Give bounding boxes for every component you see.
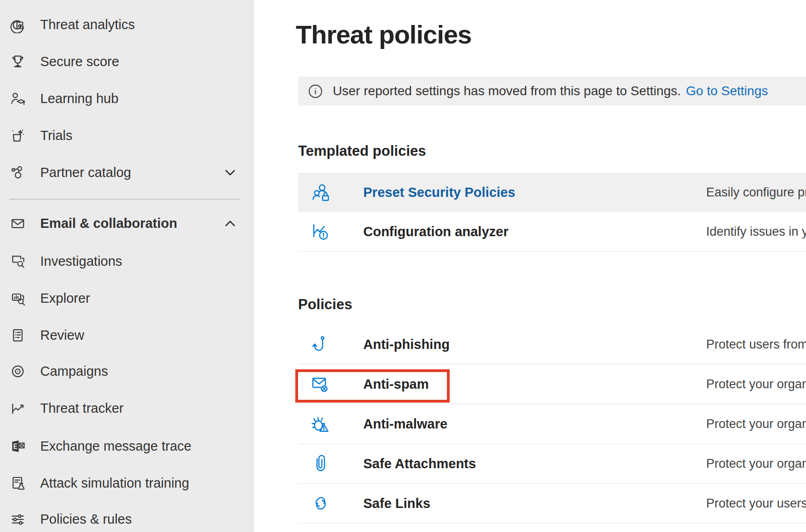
anti-spam-icon: [311, 374, 331, 394]
threat-analytics-icon: [9, 16, 26, 33]
sidebar-item-label: Investigations: [40, 254, 122, 269]
sidebar-item-investigations[interactable]: Investigations: [0, 243, 254, 280]
row-anti-phishing[interactable]: Anti-phishing Protect users from p: [298, 325, 806, 365]
row-anti-malware[interactable]: Anti-malware Protect your organiz: [298, 404, 806, 444]
chevron-up-icon[interactable]: [225, 219, 236, 228]
info-icon: [308, 84, 323, 98]
row-description: Easily configure prot: [706, 185, 806, 200]
configuration-analyzer-icon: [311, 221, 331, 242]
sidebar-section-label: Email & collaboration: [40, 216, 177, 231]
row-label[interactable]: Safe Links: [363, 496, 430, 511]
sidebar-item-label: Trials: [40, 128, 73, 143]
sidebar-divider: [9, 199, 239, 200]
sidebar-item-label: Partner catalog: [40, 165, 131, 180]
sidebar-item-label: Policies & rules: [40, 512, 132, 527]
chevron-down-icon[interactable]: [225, 168, 236, 177]
sidebar-item-email-collaboration[interactable]: Email & collaboration: [0, 205, 254, 242]
sidebar-item-trials[interactable]: Trials: [0, 117, 254, 154]
page-title: Threat policies: [296, 19, 471, 49]
sidebar-item-explorer[interactable]: Explorer: [0, 280, 254, 317]
sidebar-item-partner-catalog[interactable]: Partner catalog: [0, 154, 254, 191]
row-description: Protect your organiz: [706, 417, 806, 431]
fish-hook-icon: [311, 334, 331, 355]
row-description: Protect your organiz: [706, 457, 806, 471]
go-to-settings-link[interactable]: Go to Settings: [686, 84, 768, 98]
row-label[interactable]: Configuration analyzer: [363, 224, 508, 239]
row-label[interactable]: Preset Security Policies: [363, 185, 515, 200]
partner-catalog-icon: [9, 164, 26, 181]
chain-link-icon: [311, 493, 331, 514]
sidebar-item-review[interactable]: Review: [0, 317, 254, 354]
sidebar-item-label: Learning hub: [40, 91, 118, 106]
sidebar-item-secure-score[interactable]: Secure score: [0, 43, 254, 80]
sidebar-item-attack-simulation-training[interactable]: Attack simulation training: [0, 465, 254, 501]
sidebar-item-label: Attack simulation training: [40, 476, 189, 491]
row-description: Protect your users fr: [706, 496, 806, 511]
row-anti-spam[interactable]: Anti-spam Protect your organiz: [298, 365, 806, 404]
sidebar-item-label: Exchange message trace: [40, 439, 191, 454]
trophy-icon: [9, 53, 26, 70]
row-safe-links[interactable]: Safe Links Protect your users fr: [298, 484, 806, 524]
row-safe-attachments[interactable]: Safe Attachments Protect your organiz: [298, 444, 806, 484]
row-preset-security-policies[interactable]: Preset Security Policies Easily configur…: [298, 173, 806, 212]
section-heading-policies: Policies: [298, 296, 352, 313]
review-icon: [9, 327, 26, 344]
sidebar: Threat analytics Secure score Learning h…: [0, 0, 254, 532]
row-description: Identify issues in you: [706, 225, 806, 239]
sidebar-item-label: Explorer: [40, 291, 90, 306]
exchange-icon: [9, 438, 26, 455]
investigations-icon: [9, 253, 26, 270]
row-label[interactable]: Safe Attachments: [363, 456, 476, 471]
sidebar-item-label: Threat analytics: [40, 17, 135, 32]
campaigns-icon: [9, 363, 26, 380]
explorer-icon: [9, 290, 26, 307]
sidebar-item-policies-rules[interactable]: Policies & rules: [0, 501, 254, 532]
sidebar-item-label: Review: [40, 328, 84, 343]
bug-icon: [311, 414, 331, 434]
threat-tracker-icon: [9, 400, 26, 417]
envelope-icon: [9, 215, 26, 232]
row-label[interactable]: Anti-phishing: [363, 337, 450, 352]
sliders-icon: [9, 511, 26, 528]
row-configuration-analyzer[interactable]: Configuration analyzer Identify issues i…: [298, 212, 806, 252]
sidebar-item-label: Secure score: [40, 54, 119, 69]
sidebar-item-campaigns[interactable]: Campaigns: [0, 353, 254, 390]
paperclip-icon: [311, 453, 331, 474]
row-description: Protect users from p: [706, 337, 806, 352]
sidebar-item-threat-tracker[interactable]: Threat tracker: [0, 390, 254, 427]
learning-hub-icon: [9, 90, 26, 107]
banner-message: User reported settings has moved from th…: [333, 84, 681, 98]
section-heading-templated-policies: Templated policies: [298, 143, 426, 159]
sidebar-item-threat-analytics[interactable]: Threat analytics: [0, 6, 254, 43]
row-description: Protect your organiz: [706, 377, 806, 391]
sidebar-item-label: Threat tracker: [40, 401, 124, 416]
sidebar-item-exchange-message-trace[interactable]: Exchange message trace: [0, 428, 254, 465]
sidebar-item-learning-hub[interactable]: Learning hub: [0, 80, 254, 117]
trials-icon: [9, 127, 26, 144]
preset-security-icon: [311, 183, 331, 203]
sidebar-item-label: Campaigns: [40, 364, 108, 379]
info-banner: User reported settings has moved from th…: [298, 77, 806, 105]
attack-simulation-icon: [9, 475, 26, 492]
row-label[interactable]: Anti-malware: [363, 416, 447, 432]
row-label[interactable]: Anti-spam: [363, 377, 429, 392]
